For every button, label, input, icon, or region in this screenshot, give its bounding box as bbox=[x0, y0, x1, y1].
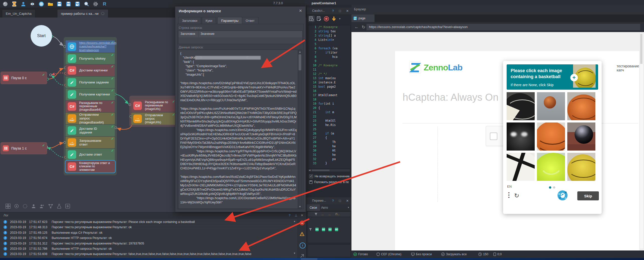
captcha-image-tile[interactable] bbox=[567, 122, 595, 151]
user-icon[interactable] bbox=[21, 1, 26, 7]
maximize-icon[interactable]: □ bbox=[338, 9, 342, 13]
info-filter-icon[interactable]: i bbox=[300, 242, 306, 248]
scroll-down-icon[interactable]: ▼ bbox=[292, 252, 297, 254]
hcaptcha-logo-icon[interactable] bbox=[557, 190, 568, 201]
eye-icon[interactable] bbox=[30, 1, 35, 7]
dropdown-chevron-icon[interactable]: ▼ bbox=[346, 206, 351, 209]
scroll-up-icon[interactable]: ▲ bbox=[298, 51, 302, 53]
doc-edit-icon[interactable] bbox=[317, 16, 322, 21]
scroll-down-icon[interactable]: ▼ bbox=[298, 205, 302, 208]
tab-auto-variables[interactable]: Авто bbox=[318, 204, 331, 211]
close-icon[interactable]: ✕ bbox=[299, 9, 302, 13]
record-icon[interactable] bbox=[324, 16, 329, 22]
search-icon[interactable] bbox=[84, 1, 89, 7]
variables-grid[interactable]: ABC ABC ABC ABC bbox=[308, 217, 351, 243]
skip-button[interactable]: Skip bbox=[577, 191, 599, 200]
zennolab-logo-icon[interactable] bbox=[409, 62, 421, 74]
textarea-scrollbar[interactable]: ▲ ▼ bbox=[298, 50, 302, 209]
help-icon[interactable]: ? bbox=[287, 213, 292, 217]
save-as-icon[interactable] bbox=[75, 1, 80, 7]
action-get-sitekey[interactable]: Получить sitekey ✓ bbox=[66, 53, 115, 64]
save-all-icon[interactable] bbox=[66, 1, 71, 7]
record-circle-icon[interactable] bbox=[23, 204, 28, 209]
code-editor[interactable]: 1 /* Конверти 2 string tex 3 string[] a … bbox=[308, 25, 351, 169]
captcha-image-tile[interactable] bbox=[537, 122, 565, 151]
open-folder-icon[interactable] bbox=[48, 1, 53, 7]
doc-tab-example[interactable]: пример работы с ка...чи ✕ bbox=[57, 9, 108, 18]
status-proxy[interactable]: Без прокси bbox=[411, 252, 432, 256]
action-extract-images[interactable]: C# Достаем картинки ✓ bbox=[66, 65, 115, 76]
pin-icon[interactable]: ⊥ bbox=[294, 213, 298, 217]
log-row[interactable]: i 2023-03-19 17:51:48.313 Парсинг текста… bbox=[0, 225, 297, 230]
warnings-filter-icon[interactable] bbox=[300, 231, 305, 236]
captcha-image-tile[interactable] bbox=[507, 92, 535, 120]
save-icon[interactable] bbox=[57, 1, 62, 7]
action-split-imageurls[interactable]: C# Раскидываем по переменным (imageUrls)… bbox=[131, 100, 176, 112]
log-rows[interactable]: i 2023-03-19 17:51:47.623 Парсинг текста… bbox=[0, 219, 297, 256]
r-project-icon[interactable]: R bbox=[102, 1, 107, 7]
network-icon[interactable] bbox=[48, 204, 53, 209]
reload-icon[interactable]: ↻ bbox=[362, 25, 365, 30]
table-empty-row[interactable] bbox=[178, 37, 302, 44]
tab-cookies[interactable]: Куки bbox=[202, 17, 216, 24]
hcaptcha-checkbox-widget[interactable] bbox=[486, 126, 505, 146]
run-down-arrow-icon[interactable] bbox=[331, 16, 337, 22]
captcha-image-tile[interactable] bbox=[507, 153, 535, 181]
code-hscrollbar[interactable]: ◀ bbox=[308, 169, 350, 172]
start-node[interactable]: Start bbox=[31, 25, 52, 47]
log-row[interactable]: i 2023-03-19 17:51:52.786 Выполнение HTT… bbox=[0, 246, 297, 251]
maximize-icon[interactable]: □ bbox=[338, 199, 342, 203]
page-dot-active[interactable] bbox=[549, 186, 551, 189]
action-url-link[interactable]: https://lessons.zennolab.com/captchas/hc… bbox=[79, 41, 116, 52]
target-icon[interactable] bbox=[14, 204, 19, 209]
captcha-image-tile[interactable] bbox=[567, 153, 595, 181]
flask-icon[interactable] bbox=[57, 204, 62, 209]
settings-gear-icon[interactable] bbox=[93, 1, 98, 7]
captcha-image-tile[interactable] bbox=[567, 92, 595, 120]
action-split-base64[interactable]: C# Раскидываем по переменным (imagesBase… bbox=[66, 101, 115, 112]
dropdown-chevron-icon[interactable]: ▼ bbox=[339, 18, 341, 20]
status-engine[interactable]: CEF (Chrome) bbox=[377, 252, 401, 256]
action-get-task-id[interactable]: Достаем ID задания ✓ bbox=[66, 125, 115, 136]
page-scrollbar-thumb[interactable] bbox=[640, 34, 642, 64]
log-row[interactable]: i 2023-03-19 17:51:53.608 Парсинг текста… bbox=[0, 251, 297, 256]
errors-filter-icon[interactable]: ✕ bbox=[300, 220, 305, 225]
log-row[interactable]: i 2023-03-19 17:51:49.125 Выполнение код… bbox=[0, 230, 297, 235]
action-request-answer[interactable]: →POST Запрашиваем ответ ✓ bbox=[66, 137, 115, 148]
action-send-request-imageurls[interactable]: →POST Отправляем запрос (imageUrls) ✓ bbox=[131, 113, 176, 125]
clear-log-icon[interactable] bbox=[300, 253, 305, 258]
doc-settings-icon[interactable] bbox=[308, 16, 315, 22]
tab-response[interactable]: Ответ bbox=[242, 17, 258, 24]
page-dot[interactable] bbox=[553, 186, 555, 189]
scrollbar-thumb[interactable] bbox=[299, 54, 301, 70]
action-goto-url[interactable]: https://lessons.zennolab.com/captchas/hc… bbox=[66, 40, 115, 53]
pause-0-block[interactable]: Пауза 0 с ✓ bbox=[1, 72, 47, 84]
menu-dots-icon[interactable]: ••• bbox=[508, 192, 510, 200]
request-body-textarea[interactable]: { "clientKey":"5 f", "task": { "type": "… bbox=[178, 50, 302, 209]
action-fetch-images[interactable]: Получаем картинки ✓ bbox=[66, 89, 115, 100]
captcha-image-tile[interactable] bbox=[537, 92, 565, 120]
scroll-up-icon[interactable]: ▲ bbox=[292, 220, 297, 222]
add-block-icon[interactable] bbox=[65, 204, 70, 209]
hourglass-icon[interactable] bbox=[12, 1, 17, 7]
status-load-all[interactable]: Загружать все bbox=[441, 252, 467, 256]
zoom-example-icon[interactable]: + bbox=[570, 74, 578, 81]
filter-funnel-icon[interactable] bbox=[309, 228, 312, 231]
language-label[interactable]: EN bbox=[507, 185, 512, 188]
status-timeout[interactable]: 150 bbox=[478, 252, 488, 256]
log-row[interactable]: i 2023-03-19 17:51:47.623 Парсинг текста… bbox=[0, 219, 297, 225]
close-icon[interactable]: ✕ bbox=[345, 199, 350, 203]
help-icon[interactable]: ? bbox=[331, 9, 335, 13]
close-icon[interactable]: ✕ bbox=[300, 213, 304, 217]
nav-link-captcha-testing[interactable]: тестирование капч bbox=[617, 64, 644, 72]
url-input[interactable]: https://lessons.zennolab.com/captchas/hc… bbox=[366, 24, 640, 30]
hcaptcha-checkbox[interactable] bbox=[490, 133, 497, 140]
filter-funnel-icon[interactable] bbox=[314, 213, 321, 216]
tab-parameters[interactable]: Параметры bbox=[217, 17, 242, 24]
refresh-challenge-icon[interactable]: ↻ bbox=[514, 192, 519, 199]
tab-headers[interactable]: Заголовки bbox=[178, 17, 201, 24]
action-convert-and-click[interactable]: C# Конвертируем ответ и кликаем по элеме… bbox=[66, 161, 115, 172]
log-row[interactable]: i 2023-03-19 17:51:50.674 Выполнение HTT… bbox=[0, 235, 297, 241]
pause-1-block[interactable]: Пауза 1 с ✓ bbox=[1, 142, 47, 154]
back-icon[interactable]: ← bbox=[354, 25, 359, 30]
